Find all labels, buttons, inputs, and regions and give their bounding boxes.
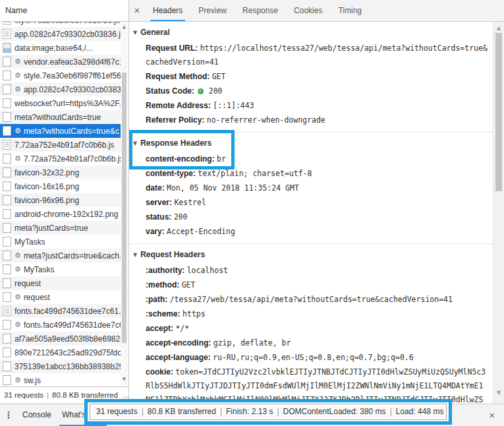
close-details-icon[interactable]: × xyxy=(129,0,145,21)
blank-file-icon xyxy=(3,112,11,122)
scroll-up-icon[interactable]: ▲ xyxy=(493,24,504,33)
request-row[interactable]: MyTasks xyxy=(0,235,128,249)
tab-timing[interactable]: Timing xyxy=(330,0,370,21)
request-row[interactable]: ⚙fonts.fac499d745631dee7c6 xyxy=(0,318,128,332)
request-row[interactable]: ⚙style.7ea30eb6f987ff61ef56 xyxy=(0,69,128,82)
request-row[interactable]: favicon-16x16.png xyxy=(0,179,128,193)
blank-file-icon xyxy=(3,292,11,302)
request-list: style.7ea30eb6f987ff61ef56.jsapp.0282c47… xyxy=(0,22,128,386)
request-row[interactable]: request xyxy=(0,276,128,290)
tab-cookies[interactable]: Cookies xyxy=(286,0,330,21)
gear-icon: ⚙ xyxy=(14,86,21,93)
header-value: ru-RU,ru;q=0.9,en-US;q=0.8,en;q=0.7,bg;q… xyxy=(213,353,414,362)
header-value: https xyxy=(182,309,206,319)
blank-file-icon xyxy=(3,154,11,164)
request-row[interactable]: 7.72aa752e4b91af7c0b6b.js xyxy=(0,138,128,152)
request-row[interactable]: favicon-32x32.png xyxy=(0,166,128,179)
request-name: MyTasks xyxy=(14,237,45,247)
content-scrollbar[interactable]: ▲ ▼ xyxy=(493,22,504,404)
gear-icon: ⚙ xyxy=(14,155,21,162)
request-row[interactable]: 375139e1abcc136bb38938b29 xyxy=(0,359,128,373)
request-row[interactable]: ⚙app.0282c47c93302cb0383. xyxy=(0,82,128,96)
header-value: 200 xyxy=(209,86,223,96)
blank-file-icon xyxy=(3,264,11,274)
request-row[interactable]: ⚙meta?justCards=true&cach. xyxy=(0,249,128,262)
request-row[interactable]: websocket?url=https%3A%2F. xyxy=(0,96,128,110)
content-scrollbar-thumb[interactable] xyxy=(495,33,502,191)
section-toggle-response-headers[interactable]: ▼Response Headers xyxy=(129,135,493,152)
network-request-sidebar: Name style.7ea30eb6f987ff61ef56.jsapp.02… xyxy=(0,0,129,404)
request-row[interactable]: af7ae505a9eed503f8b8e69820 xyxy=(0,332,128,346)
request-name: style.7ea30eb6f987ff61ef56 xyxy=(24,71,121,80)
section-toggle-request-headers[interactable]: ▼Request Headers xyxy=(129,247,493,263)
drawer-tab-strip: ConsoleWhat's New xyxy=(17,404,109,426)
details-tab-bar: × HeadersPreviewResponseCookiesTiming xyxy=(129,0,504,22)
request-row[interactable]: meta?withoutCards=true xyxy=(0,110,128,124)
header-value: text/plain; charset=utf-8 xyxy=(198,169,312,178)
blank-file-icon xyxy=(3,375,11,385)
request-row[interactable]: ⚙7.72aa752e4b91af7c0b6b.js xyxy=(0,152,128,166)
request-row[interactable]: ⚙MyTasks xyxy=(0,262,128,276)
request-row[interactable]: data:image;base64,/... xyxy=(0,41,128,55)
request-name: favicon-16x16.png xyxy=(14,182,79,191)
tab-headers[interactable]: Headers xyxy=(145,0,190,21)
gear-icon: ⚙ xyxy=(14,252,21,259)
blank-file-icon xyxy=(3,84,11,94)
request-row[interactable]: ⚙request xyxy=(0,290,128,304)
header-line: :authority: localhost xyxy=(129,263,493,278)
header-value: GET xyxy=(182,280,196,289)
header-value: Mon, 05 Nov 2018 11:35:24 GMT xyxy=(167,183,299,193)
drawer-close-icon[interactable]: × xyxy=(484,404,500,426)
blank-file-icon xyxy=(3,251,11,260)
request-row[interactable]: 890e7212643c25ad929d75fdc xyxy=(0,346,128,359)
request-row[interactable]: ⚙sw.js xyxy=(0,373,128,386)
summary-part: 80.8 KB transferred xyxy=(52,391,118,399)
header-value: 200 xyxy=(174,212,188,222)
tab-response[interactable]: Response xyxy=(235,0,286,21)
request-row[interactable]: favicon-96x96.png xyxy=(0,193,128,207)
request-row[interactable]: meta?justCards=true xyxy=(0,221,128,235)
tab-preview[interactable]: Preview xyxy=(190,0,235,21)
drawer-tab-what-s-new[interactable]: What's New xyxy=(57,404,109,426)
section-title: Response Headers xyxy=(140,138,211,148)
scroll-down-icon[interactable]: ▼ xyxy=(493,388,504,398)
request-list-inner: style.7ea30eb6f987ff61ef56.jsapp.0282c47… xyxy=(0,22,128,386)
request-name: websocket?url=https%3A%2F. xyxy=(14,99,121,108)
scroll-down-icon[interactable]: ▼ xyxy=(121,375,128,383)
name-column-header[interactable]: Name xyxy=(0,0,128,22)
request-name: data:image;base64,/... xyxy=(14,44,93,53)
header-line: Request Method: GET xyxy=(129,69,493,84)
header-line: Request URL: https://localhost/tessa27/w… xyxy=(129,41,493,69)
separator: | xyxy=(47,391,49,399)
blank-file-icon xyxy=(3,278,11,288)
sidebar-scrollbar-thumb[interactable] xyxy=(122,73,126,343)
header-line: Referrer Policy: no-referrer-when-downgr… xyxy=(129,113,493,127)
header-name: :method: xyxy=(146,280,179,289)
header-name: accept-encoding: xyxy=(146,338,211,348)
header-value: [::1]:443 xyxy=(213,101,254,110)
header-name: vary: xyxy=(146,227,165,236)
request-row[interactable]: app.0282c47c93302cb03836.js xyxy=(0,27,128,41)
sidebar-scrollbar[interactable]: ▲ ▼ xyxy=(121,22,128,386)
header-line: server: Kestrel xyxy=(129,195,493,210)
summary-ellipsis: ... xyxy=(123,391,128,399)
script-file-icon xyxy=(3,140,11,150)
request-row[interactable]: style.7ea30eb6f987ff61ef56.js xyxy=(0,22,128,27)
request-name: meta?withoutCards=true&c xyxy=(24,127,119,136)
disclosure-triangle-icon: ▼ xyxy=(133,26,137,40)
request-row[interactable]: ⚙vendor.eafeac3a298d4f67c1 xyxy=(0,55,128,69)
header-name: Request URL: xyxy=(146,44,198,53)
scroll-up-icon[interactable]: ▲ xyxy=(121,23,128,31)
request-row[interactable]: android-chrome-192x192.png xyxy=(0,207,128,221)
header-name: accept: xyxy=(146,324,173,333)
section-toggle-general[interactable]: ▼General xyxy=(129,24,493,41)
request-name: meta?justCards=true&cach. xyxy=(24,251,121,260)
script-file-icon xyxy=(3,29,11,39)
drawer-menu-icon[interactable]: ⋮ xyxy=(0,404,17,426)
request-name: 375139e1abcc136bb38938b29 xyxy=(14,362,124,371)
request-row[interactable]: ⚙meta?withoutCards=true&c xyxy=(0,124,128,138)
request-row[interactable]: fonts.fac499d745631dee7c61.j xyxy=(0,304,128,318)
tab-strip: HeadersPreviewResponseCookiesTiming xyxy=(145,0,370,21)
drawer-tab-console[interactable]: Console xyxy=(17,404,57,426)
request-name: 7.72aa752e4b91af7c0b6b.js xyxy=(24,154,123,164)
